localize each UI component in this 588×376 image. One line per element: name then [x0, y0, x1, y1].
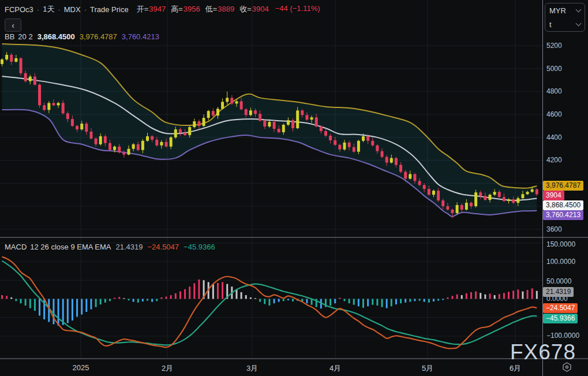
bb-basis-value: 3,868.4500: [38, 32, 75, 41]
separator-dot: ·: [84, 5, 87, 14]
back-button[interactable]: ‹: [5, 18, 21, 32]
unit-value: t: [549, 20, 552, 29]
price-change: −44 (−1.11%): [275, 4, 320, 14]
ohlc-low: 低=3889: [205, 4, 235, 14]
macd-hist-value: 21.4319: [115, 243, 143, 251]
ohlc-high: 高=3956: [171, 4, 200, 14]
unit-dropdown[interactable]: t: [545, 17, 585, 31]
hexagon-logo-icon[interactable]: [561, 362, 572, 373]
separator-dot: ·: [37, 5, 39, 14]
trading-chart-app: FX678 5200500048004600440042003600150.00…: [0, 0, 588, 376]
currency-value: MYR: [549, 6, 566, 15]
macd-name[interactable]: MACD: [5, 243, 27, 251]
interval-label[interactable]: 1天: [43, 4, 54, 14]
chevron-down-icon: [576, 7, 582, 13]
chevron-left-icon: ‹: [12, 21, 14, 30]
chevron-down-icon: [576, 21, 582, 27]
chart-canvas[interactable]: [0, 0, 588, 376]
ohlc-values: 开=3947 高=3956 低=3889 收=3904 −44 (−1.11%): [137, 4, 320, 14]
macd-line-value: −24.5047: [147, 243, 179, 251]
bb-params: 20 2: [18, 32, 32, 41]
exchange-label: MDX: [64, 5, 81, 14]
bb-indicator-legend: BB 20 2 3,868.4500 3,976.4787 3,760.4213: [5, 32, 159, 41]
macd-indicator-legend: MACD 12 26 close 9 EMA EMA 21.4319 −24.5…: [5, 243, 215, 251]
currency-unit-selector: MYR t: [545, 3, 585, 32]
ohlc-close: 收=3904: [239, 4, 269, 14]
bb-upper-value: 3,976.4787: [80, 32, 117, 41]
ohlc-open: 开=3947: [137, 4, 166, 14]
bb-lower-value: 3,760.4213: [122, 32, 159, 41]
chart-legend-row: FCPOc3 · 1天 · MDX · Trade Price 开=3947 高…: [5, 4, 320, 14]
symbol-name[interactable]: FCPOc3: [5, 5, 33, 14]
macd-params: 12 26 close 9 EMA EMA: [30, 243, 111, 251]
series-type-label: Trade Price: [90, 5, 129, 14]
macd-signal-value: −45.9366: [183, 243, 215, 251]
bb-name[interactable]: BB: [5, 32, 14, 41]
separator-dot: ·: [58, 5, 60, 14]
currency-dropdown[interactable]: MYR: [545, 3, 585, 17]
